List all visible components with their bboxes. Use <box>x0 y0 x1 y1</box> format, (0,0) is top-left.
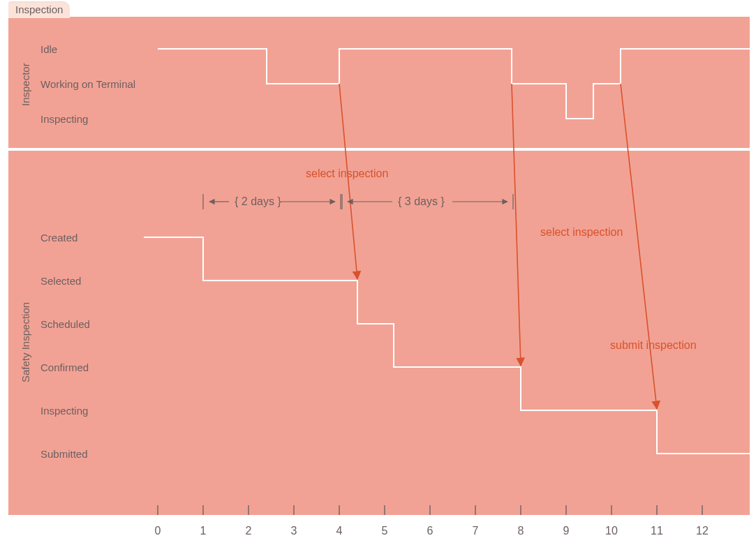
diagram-svg <box>0 0 756 545</box>
duration-2 <box>342 194 513 209</box>
duration-1 <box>203 194 341 209</box>
inspector-state-line <box>158 49 750 119</box>
safety-state-line <box>144 237 750 454</box>
arrow-select-1 <box>339 84 357 279</box>
arrow-select-2 <box>512 84 521 366</box>
arrow-submit <box>621 84 657 409</box>
timing-diagram: Inspection Inspector Safety Inspection I… <box>0 0 756 545</box>
axis-ticks <box>158 505 702 515</box>
